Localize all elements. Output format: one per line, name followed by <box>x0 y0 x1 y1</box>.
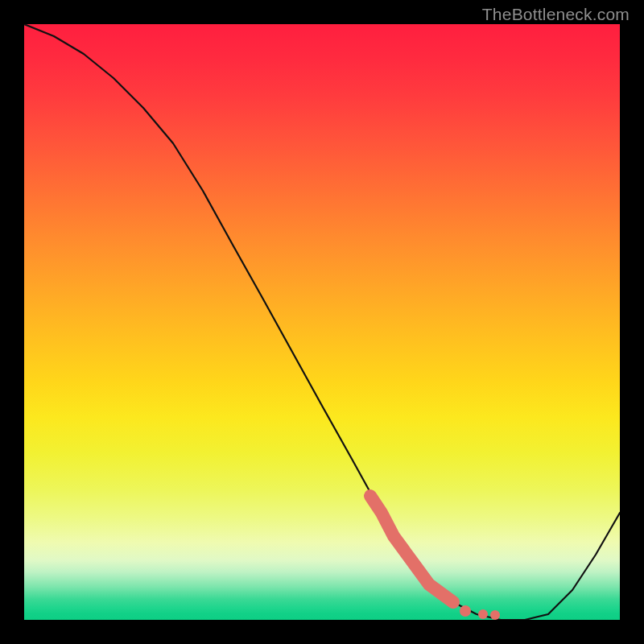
marker-dot <box>490 610 500 620</box>
marker-dot <box>478 609 488 619</box>
chart-frame: TheBottleneck.com <box>0 0 644 644</box>
watermark-text: TheBottleneck.com <box>482 5 630 24</box>
marker-dot <box>460 605 471 617</box>
bottleneck-curve <box>24 24 620 620</box>
highlight-band <box>370 496 453 602</box>
plot-area <box>24 24 620 620</box>
curve-svg <box>24 24 620 620</box>
